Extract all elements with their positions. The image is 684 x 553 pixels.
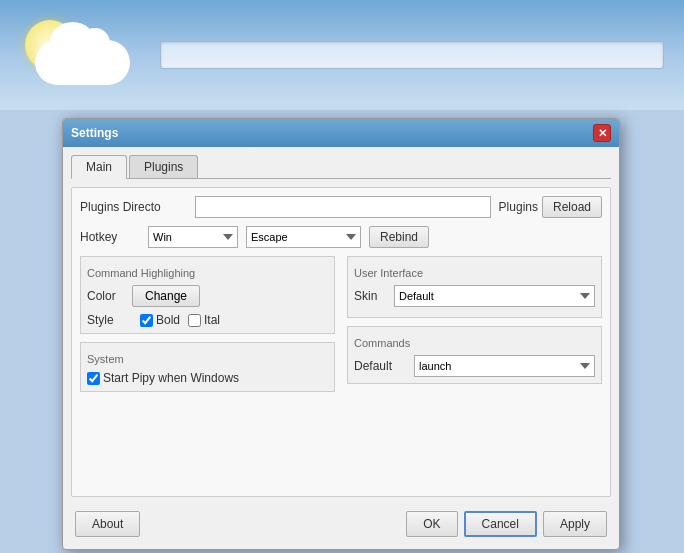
ui-label: User Interface (354, 267, 595, 279)
tab-plugins[interactable]: Plugins (129, 155, 198, 178)
plugins-dir-row: Plugins Directo Plugins Reload (80, 196, 602, 218)
escape-select[interactable]: Escape Esc (246, 226, 361, 248)
hotkey-label: Hotkey (80, 230, 140, 244)
cmd-highlight-label: Command Highlighing (87, 267, 328, 279)
bold-label: Bold (156, 313, 180, 327)
reload-button[interactable]: Reload (542, 196, 602, 218)
dialog-titlebar: Settings ✕ (63, 119, 619, 147)
cloud-shape (35, 40, 130, 85)
plugins-label: Plugins (499, 200, 538, 214)
cancel-button[interactable]: Cancel (464, 511, 537, 537)
default-label: Default (354, 359, 414, 373)
bold-checkbox-label[interactable]: Bold (140, 313, 180, 327)
color-row: Color Change (87, 285, 328, 307)
ok-button[interactable]: OK (406, 511, 457, 537)
skin-select[interactable]: Default Classic Dark (394, 285, 595, 307)
italic-label: Ital (204, 313, 220, 327)
start-pipy-checkbox[interactable] (87, 372, 100, 385)
col-left: Command Highlighing Color Change Style B… (80, 256, 335, 392)
hotkey-select[interactable]: Win Ctrl Alt (148, 226, 238, 248)
change-button[interactable]: Change (132, 285, 200, 307)
system-label: System (87, 353, 328, 365)
two-col-layout: Command Highlighing Color Change Style B… (80, 256, 602, 392)
col-right: User Interface Skin Default Classic Dark (347, 256, 602, 392)
content-area: Plugins Directo Plugins Reload Hotkey Wi… (71, 187, 611, 497)
italic-checkbox-label[interactable]: Ital (188, 313, 220, 327)
tab-main[interactable]: Main (71, 155, 127, 179)
commands-box: Commands Default launch open run (347, 326, 602, 384)
top-banner (0, 0, 684, 110)
start-pipy-text: Start Pipy when Windows (103, 371, 239, 385)
plugins-dir-input[interactable] (195, 196, 491, 218)
system-box: System Start Pipy when Windows (80, 342, 335, 392)
default-row: Default launch open run (354, 355, 595, 377)
skin-row: Skin Default Classic Dark (354, 285, 595, 307)
apply-button[interactable]: Apply (543, 511, 607, 537)
dialog-title: Settings (71, 126, 118, 140)
about-button[interactable]: About (75, 511, 140, 537)
close-button[interactable]: ✕ (593, 124, 611, 142)
default-command-select[interactable]: launch open run (414, 355, 595, 377)
user-interface-box: User Interface Skin Default Classic Dark (347, 256, 602, 318)
rebind-button[interactable]: Rebind (369, 226, 429, 248)
style-row: Style Bold Ital (87, 313, 328, 327)
bottom-bar: About OK Cancel Apply (71, 505, 611, 541)
dialog-body: Main Plugins Plugins Directo Plugins Rel… (63, 147, 619, 549)
skin-label: Skin (354, 289, 394, 303)
bold-checkbox[interactable] (140, 314, 153, 327)
bottom-right-buttons: OK Cancel Apply (406, 511, 607, 537)
commands-label: Commands (354, 337, 595, 349)
tabs-bar: Main Plugins (71, 155, 611, 179)
italic-checkbox[interactable] (188, 314, 201, 327)
style-label: Style (87, 313, 132, 327)
plugins-dir-label: Plugins Directo (80, 200, 195, 214)
hotkey-escape-row: Hotkey Win Ctrl Alt Escape Esc Rebind (80, 226, 602, 248)
start-pipy-label[interactable]: Start Pipy when Windows (87, 371, 328, 385)
command-highlighting-box: Command Highlighing Color Change Style B… (80, 256, 335, 334)
color-label: Color (87, 289, 132, 303)
settings-dialog: Settings ✕ Main Plugins Plugins Directo … (62, 118, 620, 550)
search-bar (160, 41, 664, 69)
cloud-icon (20, 15, 140, 95)
